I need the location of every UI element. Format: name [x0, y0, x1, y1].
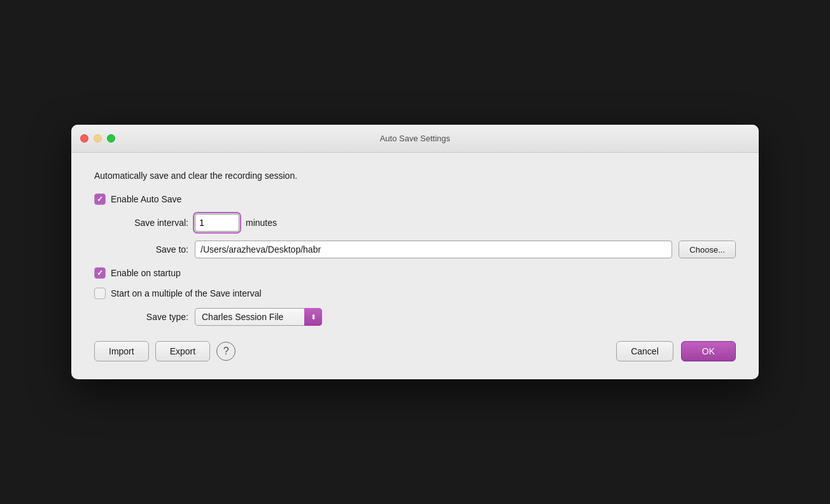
- maximize-button[interactable]: [107, 134, 115, 143]
- export-button[interactable]: Export: [155, 341, 210, 361]
- enable-on-startup-label: Enable on startup: [111, 268, 181, 278]
- start-on-multiple-checkbox[interactable]: ✓: [94, 288, 106, 299]
- checkmark-icon-2: ✓: [97, 269, 103, 277]
- save-interval-label: Save interval:: [112, 218, 188, 228]
- traffic-lights: [80, 134, 115, 143]
- import-button[interactable]: Import: [94, 341, 149, 361]
- footer-left: Import Export ?: [94, 341, 236, 361]
- save-to-input[interactable]: [195, 241, 672, 258]
- ok-button[interactable]: OK: [681, 341, 736, 361]
- start-on-multiple-row: ✓ Start on a multiple of the Save interv…: [94, 288, 736, 299]
- start-on-multiple-label: Start on a multiple of the Save interval: [111, 288, 262, 298]
- enable-auto-save-label: Enable Auto Save: [111, 194, 181, 204]
- cancel-button[interactable]: Cancel: [616, 341, 673, 361]
- auto-save-settings-window: Auto Save Settings Automatically save an…: [71, 125, 759, 379]
- enable-on-startup-checkbox[interactable]: ✓: [94, 267, 106, 279]
- save-to-row: Save to: Choose...: [112, 241, 736, 258]
- save-type-label: Save type:: [112, 312, 188, 322]
- save-type-select[interactable]: Charles Session File HAR File XML: [195, 308, 322, 326]
- title-bar: Auto Save Settings: [71, 125, 759, 153]
- description-text: Automatically save and clear the recordi…: [94, 171, 736, 181]
- help-button[interactable]: ?: [216, 342, 236, 361]
- save-type-row: Save type: Charles Session File HAR File…: [112, 308, 736, 326]
- enable-on-startup-row: ✓ Enable on startup: [94, 267, 736, 279]
- dialog-content: Automatically save and clear the recordi…: [71, 153, 759, 379]
- checkmark-icon: ✓: [97, 195, 103, 203]
- minimize-button[interactable]: [94, 134, 102, 143]
- enable-auto-save-checkbox[interactable]: ✓: [94, 193, 106, 205]
- footer: Import Export ? Cancel OK: [94, 341, 736, 361]
- choose-button[interactable]: Choose...: [679, 241, 736, 258]
- save-interval-row: Save interval: minutes: [112, 214, 736, 232]
- save-interval-input[interactable]: [195, 214, 239, 232]
- save-type-wrapper: Charles Session File HAR File XML ⬍: [195, 308, 322, 326]
- window-title: Auto Save Settings: [380, 134, 451, 143]
- save-to-label: Save to:: [112, 244, 188, 255]
- close-button[interactable]: [80, 134, 88, 143]
- footer-right: Cancel OK: [616, 341, 736, 361]
- interval-unit-label: minutes: [246, 218, 277, 228]
- enable-auto-save-row: ✓ Enable Auto Save: [94, 193, 736, 205]
